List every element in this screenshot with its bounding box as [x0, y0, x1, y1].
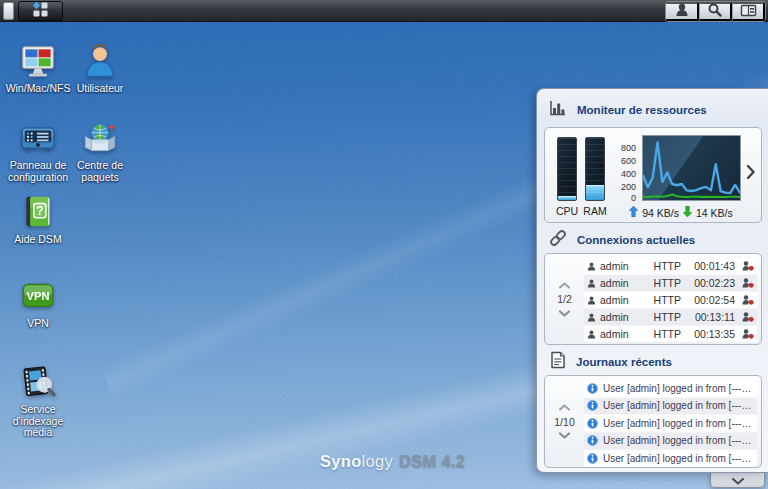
taskbar-right-group [665, 1, 766, 22]
disconnect-user-button[interactable] [742, 295, 754, 305]
widget-panel: Moniteur de ressources CPU RAM 800 600 4… [536, 88, 768, 473]
user-icon [587, 295, 596, 306]
ram-label: RAM [581, 205, 609, 217]
page-indicator: 1/2 [557, 293, 572, 305]
search-button[interactable] [699, 2, 732, 21]
media-indexing-icon [19, 363, 57, 401]
user-avatar-icon [81, 42, 119, 80]
user-icon [587, 329, 596, 340]
logs-header: Journaux récents [549, 353, 672, 371]
panel-collapse-tab[interactable] [710, 473, 765, 488]
ram-gauge [585, 137, 605, 201]
disconnect-user-button[interactable] [742, 278, 754, 288]
widget-title: Journaux récents [576, 356, 672, 368]
download-speed: 14 KB/s [696, 207, 733, 219]
link-icon [549, 229, 567, 251]
vpn-icon-badge: VPN [27, 290, 50, 302]
connection-row: admin HTTP 00:13:11 [584, 309, 757, 325]
user-icon [587, 261, 596, 272]
info-icon [587, 418, 598, 429]
page-indicator: 1/10 [554, 416, 574, 428]
desktop-icon-label: Centre de paquets [69, 160, 131, 183]
network-graph [642, 135, 741, 201]
win-mac-nfs-icon [19, 42, 57, 80]
disconnect-user-button[interactable] [742, 329, 754, 339]
search-icon [707, 2, 723, 21]
cpu-gauge-fill [558, 196, 576, 200]
package-center-icon [81, 119, 119, 157]
user-icon [674, 2, 690, 21]
download-arrow-icon [683, 206, 692, 219]
connection-row: admin HTTP 00:01:43 [584, 258, 757, 274]
logs-widget: 1/10 User [admin] logged in from [------… [544, 375, 762, 468]
branding: SynologyDSM 4.2 [320, 452, 465, 471]
logs-pager: 1/10 [545, 376, 584, 467]
user-icon [587, 312, 596, 323]
widget-title: Moniteur de ressources [577, 104, 707, 116]
widget-title: Connexions actuelles [577, 234, 695, 246]
info-icon [587, 400, 598, 411]
resource-monitor-next-button[interactable] [744, 162, 758, 182]
help-book-icon: ? [19, 193, 57, 231]
desktop-icon-label: Panneau de configuration [7, 160, 69, 183]
main-menu-button[interactable] [18, 1, 63, 21]
connection-row: admin HTTP 00:02:54 [584, 292, 757, 308]
connections-widget: 1/2 admin HTTP 00:01:43 admin HTTP [544, 253, 762, 345]
upload-speed: 94 KB/s [642, 207, 679, 219]
network-graph-yaxis: 800 600 400 200 0 [613, 135, 639, 199]
widget-pane-toggle-button[interactable] [732, 2, 765, 21]
page-up-button[interactable] [559, 403, 570, 413]
log-row: User [admin] logged in from [--------... [584, 450, 757, 467]
desktop-icon-label: Win/Mac/NFS [6, 83, 71, 95]
synology-dsm-desktop: Win/Mac/NFS Utilisateur [0, 0, 768, 489]
info-icon [587, 435, 598, 446]
vpn-icon: VPN [19, 277, 57, 315]
disconnect-user-button[interactable] [742, 312, 754, 322]
show-desktop-button[interactable] [3, 2, 14, 20]
resource-monitor-header: Moniteur de ressources [549, 101, 707, 119]
document-icon [549, 351, 566, 373]
info-icon [587, 383, 598, 394]
user-icon [587, 278, 596, 289]
cpu-label: CPU [553, 205, 581, 217]
desktop-icon-vpn[interactable]: VPN VPN [7, 277, 69, 330]
brand-name: Syno [320, 452, 362, 470]
page-down-button[interactable] [559, 431, 570, 441]
desktop-icon-label: VPN [27, 318, 49, 330]
help-icon-badge: ? [36, 204, 44, 218]
user-menu-button[interactable] [666, 2, 699, 21]
desktop-icon-service-indexage-media[interactable]: Service d'indexage média [5, 363, 71, 439]
upload-arrow-icon [629, 206, 638, 219]
desktop-icon-label: Aide DSM [14, 234, 61, 246]
disconnect-user-button[interactable] [742, 261, 754, 271]
chevron-down-icon [732, 471, 744, 489]
connections-pager: 1/2 [545, 254, 584, 344]
log-row: User [admin] logged in from [--------... [584, 433, 757, 450]
page-up-button[interactable] [559, 280, 570, 290]
log-row: User [admin] logged in from [--------... [584, 415, 757, 432]
connection-row: admin HTTP 00:02:23 [584, 275, 757, 291]
page-down-button[interactable] [559, 308, 570, 318]
resource-monitor-widget: CPU RAM 800 600 400 200 0 94 KB/s [544, 127, 762, 223]
connections-list: admin HTTP 00:01:43 admin HTTP 00:02:23 … [584, 258, 757, 342]
taskbar [0, 0, 768, 22]
desktop-icon-aide-dsm[interactable]: ? Aide DSM [7, 193, 69, 246]
desktop-icon-label: Service d'indexage média [5, 404, 71, 439]
network-graph-plot [643, 136, 740, 200]
widgets-icon [740, 3, 757, 21]
info-icon [587, 453, 598, 464]
log-row: User [admin] logged in from [--------... [584, 380, 757, 397]
log-row: User [admin] logged in from [--------... [584, 398, 757, 415]
desktop-icon-panneau-de-configuration[interactable]: Panneau de configuration [7, 119, 69, 183]
desktop-icon-centre-de-paquets[interactable]: Centre de paquets [69, 119, 131, 183]
network-stats: 94 KB/s 14 KB/s [611, 206, 751, 219]
cpu-gauge [557, 137, 577, 201]
desktop-icon-utilisateur[interactable]: Utilisateur [69, 42, 131, 95]
connection-row: admin HTTP 00:13:35 [584, 326, 757, 342]
desktop-icon-win-mac-nfs[interactable]: Win/Mac/NFS [7, 42, 69, 95]
ram-gauge-fill [586, 185, 604, 200]
app-grid-icon [32, 1, 49, 21]
control-panel-icon [19, 119, 57, 157]
product-version: DSM 4.2 [399, 452, 465, 470]
bar-chart-icon [549, 100, 567, 120]
